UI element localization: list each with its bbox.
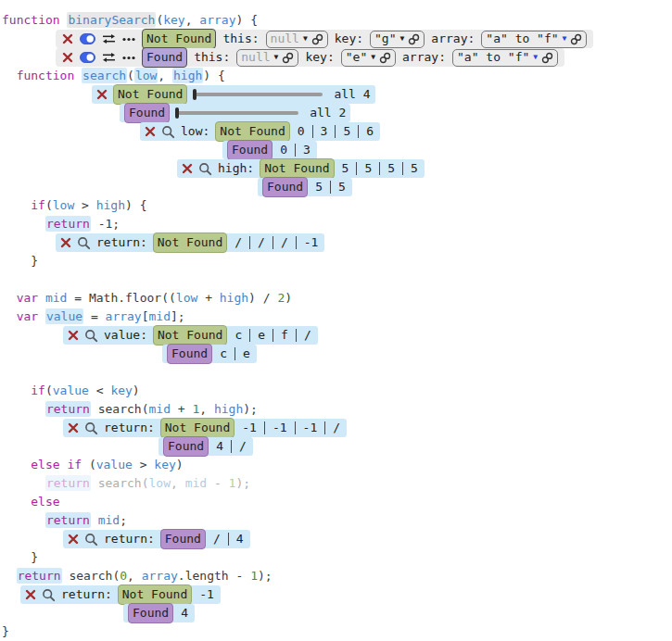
code-token[interactable]: return bbox=[45, 216, 91, 232]
value-cell: c bbox=[233, 326, 244, 345]
code-token: ) bbox=[176, 458, 184, 471]
code-token[interactable]: value bbox=[45, 308, 83, 324]
status-badge-found[interactable]: Found bbox=[160, 529, 206, 549]
inspect-icon[interactable] bbox=[84, 421, 98, 435]
status-badge-found[interactable]: Found bbox=[142, 47, 187, 68]
link-icon[interactable] bbox=[379, 52, 391, 64]
status-badge-not-found[interactable]: Not Found bbox=[153, 325, 227, 346]
probe-line: Found4 bbox=[2, 604, 672, 622]
slider-handle[interactable] bbox=[175, 107, 179, 119]
value-cell: 5 bbox=[341, 122, 352, 141]
code-token[interactable]: return bbox=[45, 401, 91, 417]
swap-icon[interactable] bbox=[102, 52, 116, 63]
link-icon[interactable] bbox=[408, 33, 420, 45]
status-badge-not-found[interactable]: Not Found bbox=[118, 584, 192, 605]
code-token[interactable]: return bbox=[17, 568, 62, 584]
inspect-icon[interactable] bbox=[84, 533, 98, 547]
inspect-icon[interactable] bbox=[42, 588, 56, 602]
status-badge-found[interactable]: Found bbox=[167, 344, 212, 364]
status-badge-found[interactable]: Found bbox=[163, 436, 209, 457]
code-line: } bbox=[2, 548, 672, 567]
remove-icon[interactable] bbox=[68, 330, 79, 341]
probe-line: high:Not Found5555 bbox=[2, 159, 672, 178]
slider-track[interactable] bbox=[175, 111, 298, 115]
remove-icon[interactable] bbox=[62, 52, 73, 63]
toggle-icon[interactable] bbox=[80, 52, 95, 63]
toggle-icon[interactable] bbox=[80, 33, 95, 44]
code-token: var bbox=[17, 291, 45, 305]
code-token[interactable]: return bbox=[45, 475, 91, 491]
slider-value: all 4 bbox=[334, 85, 370, 104]
remove-icon[interactable] bbox=[145, 126, 156, 137]
status-badge-not-found[interactable]: Not Found bbox=[142, 29, 216, 49]
value-dropdown[interactable]: null▼ bbox=[236, 49, 298, 67]
slider-value: all 2 bbox=[310, 104, 346, 122]
probe-label: value: bbox=[104, 326, 147, 345]
code-token: = Math.floor(( bbox=[67, 291, 175, 305]
link-icon[interactable] bbox=[311, 33, 323, 45]
value-dropdown[interactable]: "e"▼ bbox=[341, 49, 396, 67]
status-badge-not-found[interactable]: Not Found bbox=[113, 84, 187, 105]
status-badge-found[interactable]: Found bbox=[262, 177, 308, 197]
probe-row: value:Not Foundcef/ bbox=[63, 326, 318, 345]
remove-icon[interactable] bbox=[68, 534, 79, 545]
inspect-icon[interactable] bbox=[161, 125, 175, 139]
code-token: ]; bbox=[171, 309, 185, 323]
link-icon[interactable] bbox=[282, 52, 294, 64]
value-cell: 4 bbox=[214, 437, 225, 456]
value-dropdown[interactable]: null▼ bbox=[266, 31, 328, 48]
remove-icon[interactable] bbox=[182, 163, 193, 174]
status-badge-found[interactable]: Found bbox=[128, 603, 173, 623]
link-icon[interactable] bbox=[570, 33, 582, 45]
slider[interactable] bbox=[193, 89, 328, 100]
more-icon[interactable] bbox=[122, 37, 135, 42]
code-token[interactable]: return bbox=[45, 512, 91, 528]
value-cell: / bbox=[211, 530, 222, 548]
remove-icon[interactable] bbox=[60, 237, 71, 248]
value-separator bbox=[296, 329, 297, 342]
value-dropdown[interactable]: "g"▼ bbox=[370, 31, 425, 48]
value-dropdown[interactable]: "a" to "f"▼ bbox=[452, 49, 558, 67]
code-line: return search(0, array.length - 1); bbox=[2, 567, 672, 585]
status-badge-found[interactable]: Found bbox=[124, 103, 170, 123]
status-badge-not-found[interactable]: Not Found bbox=[260, 158, 334, 179]
code-token[interactable]: search bbox=[82, 68, 127, 83]
probe-line: value:Not Foundcef/ bbox=[2, 326, 672, 345]
dropdown-value: null bbox=[241, 48, 270, 67]
more-icon[interactable] bbox=[122, 56, 135, 60]
code-token[interactable]: low bbox=[134, 68, 158, 83]
link-icon[interactable] bbox=[541, 52, 553, 64]
slider-track[interactable] bbox=[193, 93, 323, 96]
remove-icon[interactable] bbox=[96, 89, 108, 100]
remove-icon[interactable] bbox=[62, 33, 73, 44]
probe-row: Foundce bbox=[162, 345, 257, 363]
code-line: var mid = Math.floor((low + high) / 2) bbox=[2, 289, 672, 308]
inspect-icon[interactable] bbox=[198, 162, 212, 176]
slider-handle[interactable] bbox=[193, 89, 197, 100]
swap-icon[interactable] bbox=[102, 33, 116, 44]
status-badge-not-found[interactable]: Not Found bbox=[153, 233, 227, 253]
value-dropdown[interactable]: "a" to "f"▼ bbox=[481, 31, 587, 48]
field-label: key: bbox=[305, 48, 334, 67]
code-token: + bbox=[197, 291, 219, 305]
dropdown-value: null bbox=[271, 30, 299, 48]
dropdown-value: "g" bbox=[374, 30, 396, 48]
inspect-icon[interactable] bbox=[84, 329, 98, 343]
probe-label: low: bbox=[181, 122, 209, 141]
code-token: mid bbox=[149, 309, 171, 323]
probe-row: return:Not Found///-1 bbox=[56, 233, 324, 252]
slider[interactable] bbox=[175, 107, 304, 119]
remove-icon[interactable] bbox=[68, 422, 79, 434]
value-separator bbox=[402, 162, 403, 175]
code-token: .length - bbox=[178, 569, 250, 583]
code-token[interactable]: high bbox=[172, 68, 203, 83]
code-token[interactable]: binarySearch bbox=[67, 12, 156, 28]
status-badge-not-found[interactable]: Not Found bbox=[215, 121, 289, 142]
status-badge-not-found[interactable]: Not Found bbox=[160, 418, 235, 438]
status-badge-found[interactable]: Found bbox=[227, 140, 273, 160]
remove-icon[interactable] bbox=[25, 589, 36, 600]
value-cell: -1 bbox=[301, 419, 320, 437]
value-separator bbox=[358, 125, 359, 138]
inspect-icon[interactable] bbox=[77, 236, 91, 250]
field-label: array: bbox=[402, 48, 446, 67]
